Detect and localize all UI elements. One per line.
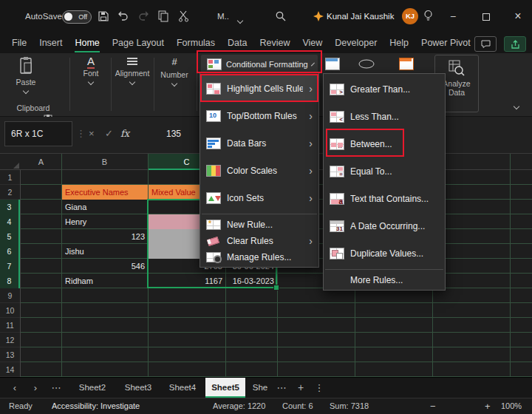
row-header-7[interactable]: 7 bbox=[0, 259, 20, 274]
submenu-item-less-than[interactable]: < Less Than... bbox=[324, 103, 445, 130]
fill-handle[interactable] bbox=[273, 285, 279, 291]
sheet-nav-more-icon[interactable]: ⋯ bbox=[47, 378, 65, 398]
insert-cells-icon[interactable] bbox=[399, 58, 414, 70]
cell-b3[interactable]: Giana bbox=[62, 200, 148, 214]
copy-icon[interactable] bbox=[158, 10, 169, 22]
column-header-b[interactable]: B bbox=[61, 154, 148, 170]
column-header-a[interactable]: A bbox=[21, 154, 61, 170]
sheet-nav-left-icon[interactable]: ‹ bbox=[6, 378, 24, 398]
select-all-corner[interactable] bbox=[13, 163, 19, 169]
sheet-menu-icon[interactable]: ⋮ bbox=[312, 378, 327, 398]
menu-item-icon-sets[interactable]: Icon Sets › bbox=[200, 184, 318, 211]
cell-b7[interactable]: 546 bbox=[62, 259, 148, 274]
excel-window: AutoSave Off M.. Kunal Jai Kaushik KJ bbox=[0, 0, 532, 414]
row-header-12[interactable]: 12 bbox=[0, 333, 20, 347]
sheet-overflow-icon[interactable]: ⋯ bbox=[273, 378, 290, 398]
ribbon-collapse-chevron-icon[interactable] bbox=[514, 101, 519, 111]
menu-item-new-rule[interactable]: * New Rule... bbox=[200, 217, 318, 233]
quick-access-more[interactable]: M.. bbox=[217, 0, 229, 33]
row-header-1[interactable]: 1 bbox=[0, 170, 20, 185]
accessibility-status[interactable]: Accessibility: Investigate bbox=[52, 398, 140, 414]
row-header-5[interactable]: 5 bbox=[0, 229, 20, 244]
zoom-in-button[interactable]: + bbox=[485, 398, 491, 414]
format-as-table-icon[interactable] bbox=[325, 58, 340, 70]
new-sheet-button[interactable]: + bbox=[293, 378, 309, 398]
row-header-9[interactable]: 9 bbox=[0, 288, 20, 303]
row-header-6[interactable]: 6 bbox=[0, 244, 20, 259]
menu-item-label: Clear Rules bbox=[227, 236, 303, 246]
search-icon[interactable] bbox=[275, 10, 287, 22]
user-name[interactable]: Kunal Jai Kaushik bbox=[327, 0, 394, 33]
row-header-8[interactable]: 8 bbox=[0, 274, 20, 288]
sheet-tab-truncated[interactable]: She bbox=[248, 378, 272, 398]
tab-page-layout[interactable]: Page Layout bbox=[112, 33, 164, 52]
cancel-entry-icon[interactable]: × bbox=[89, 121, 95, 146]
menu-item-color-scales[interactable]: Color Scales › bbox=[200, 157, 318, 184]
submenu-item-duplicate-values[interactable]: Duplicate Values... bbox=[324, 240, 445, 267]
tab-developer[interactable]: Developer bbox=[335, 33, 377, 52]
menu-separator bbox=[325, 269, 443, 270]
submenu-item-equal-to[interactable]: = Equal To... bbox=[324, 157, 445, 185]
confirm-entry-icon[interactable]: ✓ bbox=[105, 121, 113, 146]
cell-styles-icon[interactable] bbox=[358, 59, 375, 69]
zoom-level[interactable]: 100% bbox=[501, 398, 522, 414]
minimize-button[interactable]: − bbox=[442, 0, 464, 33]
submenu-item-label: Greater Than... bbox=[350, 84, 440, 95]
zoom-out-button[interactable]: − bbox=[430, 398, 436, 414]
menu-item-clear-rules[interactable]: Clear Rules › bbox=[200, 233, 318, 249]
row-header-4[interactable]: 4 bbox=[0, 214, 20, 229]
cell-b4[interactable]: Henry bbox=[62, 214, 148, 229]
insert-function-button[interactable]: fx bbox=[120, 121, 129, 146]
formula-bar-value[interactable]: 135 bbox=[166, 121, 181, 146]
autosave-toggle[interactable]: Off bbox=[62, 10, 92, 24]
menu-item-top-bottom-rules[interactable]: 10 Top/Bottom Rules › bbox=[200, 102, 318, 129]
tab-insert[interactable]: Insert bbox=[39, 33, 62, 52]
name-box[interactable]: 6R x 1C bbox=[4, 121, 72, 146]
submenu-item-greater-than[interactable]: > Greater Than... bbox=[324, 75, 445, 103]
comments-button[interactable] bbox=[474, 36, 497, 52]
font-group-button[interactable]: A Font bbox=[72, 56, 109, 84]
duplicate-values-icon bbox=[330, 248, 344, 259]
save-icon[interactable] bbox=[98, 10, 109, 22]
sheet-tab-sheet4[interactable]: Sheet4 bbox=[163, 378, 202, 398]
menu-item-data-bars[interactable]: Data Bars › bbox=[200, 129, 318, 157]
row-header-10[interactable]: 10 bbox=[0, 303, 20, 318]
row-header-13[interactable]: 13 bbox=[0, 347, 20, 362]
row-header-14[interactable]: 14 bbox=[0, 362, 20, 377]
cut-icon[interactable] bbox=[178, 10, 189, 22]
submenu-item-text-that-contains[interactable]: a Text that Contains... bbox=[324, 185, 445, 212]
sheet-tab-sheet3[interactable]: Sheet3 bbox=[117, 378, 160, 398]
sheet-tab-sheet2[interactable]: Sheet2 bbox=[71, 378, 114, 398]
submenu-item-a-date-occurring[interactable]: 31 A Date Occurring... bbox=[324, 212, 445, 240]
submenu-item-label: Duplicate Values... bbox=[350, 248, 440, 259]
submenu-item-more-rules[interactable]: More Rules... bbox=[324, 272, 445, 288]
undo-icon[interactable] bbox=[117, 11, 129, 21]
cell-b2[interactable]: Executive Names bbox=[62, 185, 148, 200]
user-avatar[interactable]: KJ bbox=[402, 8, 418, 24]
menu-item-manage-rules[interactable]: Manage Rules... bbox=[200, 249, 318, 265]
maximize-button[interactable] bbox=[474, 0, 497, 33]
tab-help[interactable]: Help bbox=[389, 33, 409, 52]
close-button[interactable]: × bbox=[507, 0, 529, 33]
number-group-button[interactable]: # Number bbox=[155, 56, 194, 86]
tab-home[interactable]: Home bbox=[75, 33, 99, 52]
redo-icon[interactable] bbox=[137, 11, 150, 21]
row-header-3[interactable]: 3 bbox=[0, 200, 20, 214]
tab-file[interactable]: File bbox=[12, 33, 27, 52]
alignment-group-button[interactable]: Alignment bbox=[112, 56, 152, 84]
paste-button[interactable]: Paste bbox=[12, 56, 40, 93]
cell-b8[interactable]: Ridham bbox=[62, 274, 148, 288]
cell-b6[interactable]: Jishu bbox=[62, 244, 148, 259]
row-header-11[interactable]: 11 bbox=[0, 318, 20, 333]
sheet-tab-sheet5-active[interactable]: Sheet5 bbox=[205, 378, 245, 398]
quick-access-chevron-icon[interactable] bbox=[238, 15, 242, 25]
menu-item-label: Color Scales bbox=[227, 166, 303, 176]
cell-b5[interactable]: 123 bbox=[62, 229, 148, 244]
paste-chevron-icon bbox=[23, 88, 29, 94]
row-header-2[interactable]: 2 bbox=[0, 185, 20, 200]
share-button[interactable] bbox=[504, 36, 526, 52]
sheet-nav-right-icon[interactable]: › bbox=[27, 378, 44, 398]
tab-power-pivot[interactable]: Power Pivot bbox=[421, 33, 471, 52]
menu-item-label: Top/Bottom Rules bbox=[227, 111, 303, 121]
lightbulb-icon[interactable] bbox=[423, 10, 434, 22]
